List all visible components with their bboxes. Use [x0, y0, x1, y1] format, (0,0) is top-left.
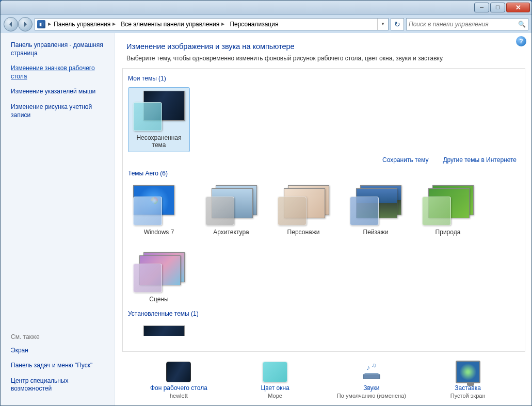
theme-thumb [133, 91, 185, 131]
see-also-ease[interactable]: Центр специальных возможностей [11, 377, 107, 393]
titlebar: ─ ☐ ✕ [1, 1, 531, 15]
theme-thumb [422, 185, 474, 225]
page-title: Изменение изображения и звука на компьют… [126, 42, 520, 51]
sidebar-link-desktop-icons[interactable]: Изменение значков рабочего стола [11, 64, 107, 80]
nav-arrows [4, 17, 33, 31]
bottom-label: Цвет окна [261, 384, 289, 392]
bottom-label: Фон рабочего стола [150, 384, 207, 392]
bottom-sublabel: По умолчанию (изменена) [337, 393, 406, 399]
sidebar-link-account-picture[interactable]: Изменение рисунка учетной записи [11, 103, 107, 119]
theme-thumb [350, 185, 401, 225]
theme-grid-aero: Windows 7 Архитектура [128, 182, 520, 306]
see-also-heading: См. также [11, 333, 107, 340]
group-title-my: Мои темы (1) [128, 75, 520, 82]
search-box[interactable]: 🔍 [406, 18, 528, 30]
glass-thumb [350, 197, 379, 225]
sidebar: Панель управления - домашняя страница Из… [1, 33, 115, 405]
glass-thumb [205, 197, 234, 225]
desktop-background-button[interactable]: Фон рабочего стола hewlett [137, 362, 220, 399]
theme-characters[interactable]: Персонажи [272, 182, 334, 239]
page-header: Изменение изображения и звука на компьют… [115, 33, 531, 66]
theme-label: Пейзажи [363, 229, 389, 236]
theme-scroll-area[interactable]: Мои темы (1) Несохраненная тема Сохранит… [122, 68, 525, 352]
screensaver-icon [456, 362, 480, 382]
glass-thumb [133, 102, 162, 131]
breadcrumb-seg-2[interactable]: Все элементы панели управления▶ [118, 20, 227, 29]
group-title-aero: Темы Aero (6) [128, 170, 520, 177]
chevron-right-icon: ▶ [112, 22, 116, 26]
color-icon [263, 362, 287, 382]
group-title-installed: Установленные темы (1) [128, 310, 520, 317]
bottom-row: Фон рабочего стола hewlett Цвет окна Мор… [115, 355, 531, 405]
bottom-sublabel: hewlett [170, 393, 188, 399]
theme-windows7[interactable]: Windows 7 [128, 182, 190, 239]
theme-label: Несохраненная тема [132, 134, 186, 149]
theme-label: Персонажи [287, 229, 320, 236]
theme-thumb [133, 252, 185, 293]
see-also-taskbar[interactable]: Панель задач и меню "Пуск" [11, 362, 107, 370]
minimize-button[interactable]: ─ [474, 3, 489, 12]
theme-thumb [133, 326, 185, 336]
help-button[interactable]: ? [516, 36, 526, 46]
address-dropdown[interactable]: ▼ [377, 19, 388, 30]
close-button[interactable]: ✕ [506, 3, 530, 12]
window: ─ ☐ ✕ ◧ ▶ Панель управления▶ Все элемент… [0, 0, 532, 406]
more-themes-link[interactable]: Другие темы в Интернете [443, 156, 517, 164]
glass-thumb [133, 264, 162, 293]
search-input[interactable] [409, 21, 518, 28]
svg-text:♪: ♪ [366, 363, 370, 371]
save-theme-link[interactable]: Сохранить тему [382, 156, 428, 164]
theme-thumb [278, 185, 329, 225]
theme-label: Сцены [149, 296, 168, 303]
breadcrumb-seg-1[interactable]: Панель управления▶ [51, 20, 118, 29]
glass-thumb [133, 197, 162, 225]
control-panel-icon: ◧ [37, 20, 45, 28]
wallpaper-thumb [143, 326, 185, 336]
theme-label: Природа [436, 229, 461, 236]
theme-label: Windows 7 [144, 229, 174, 236]
breadcrumb-seg-3[interactable]: Персонализация [227, 20, 281, 29]
bottom-label: Звуки [363, 384, 379, 392]
theme-nature[interactable]: Природа [417, 182, 479, 239]
maximize-button[interactable]: ☐ [490, 3, 505, 12]
glass-thumb [278, 197, 307, 225]
body: Панель управления - домашняя страница Из… [1, 33, 531, 405]
window-color-button[interactable]: Цвет окна Море [234, 362, 316, 399]
search-icon[interactable]: 🔍 [518, 21, 526, 28]
glass-thumb [422, 197, 451, 225]
bottom-sublabel: Море [268, 393, 282, 399]
theme-installed-item[interactable] [128, 322, 190, 352]
sound-icon: ♪♫ [359, 362, 384, 382]
chevron-right-icon: ▶ [221, 22, 224, 26]
bottom-sublabel: Пустой экран [450, 393, 486, 399]
theme-thumb [205, 185, 257, 225]
theme-label: Архитектура [213, 229, 249, 236]
back-button[interactable] [4, 17, 18, 31]
main: ? Изменение изображения и звука на компь… [115, 33, 531, 405]
theme-landscapes[interactable]: Пейзажи [345, 182, 407, 239]
theme-unsaved[interactable]: Несохраненная тема [128, 87, 190, 152]
page-subtitle: Выберите тему, чтобы одновременно измени… [126, 55, 520, 62]
sidebar-home-link[interactable]: Панель управления - домашняя страница [11, 41, 107, 57]
refresh-button[interactable]: ↻ [391, 18, 404, 30]
forward-button[interactable] [18, 17, 33, 31]
wallpaper-icon [166, 362, 191, 382]
nav-row: ◧ ▶ Панель управления▶ Все элементы пане… [1, 15, 531, 33]
sounds-button[interactable]: ♪♫ Звуки По умолчанию (изменена) [330, 362, 413, 399]
theme-grid-my: Несохраненная тема [128, 87, 520, 152]
theme-scenes[interactable]: Сцены [128, 249, 190, 306]
svg-text:♫: ♫ [372, 362, 376, 369]
sidebar-link-mouse-pointers[interactable]: Изменение указателей мыши [11, 88, 107, 96]
theme-thumb [133, 185, 185, 225]
theme-architecture[interactable]: Архитектура [200, 182, 262, 239]
screensaver-button[interactable]: Заставка Пустой экран [427, 362, 509, 399]
group-links: Сохранить тему Другие темы в Интернете [131, 156, 517, 164]
address-bar[interactable]: ◧ ▶ Панель управления▶ Все элементы пане… [35, 18, 389, 30]
see-also-display[interactable]: Экран [11, 347, 107, 355]
